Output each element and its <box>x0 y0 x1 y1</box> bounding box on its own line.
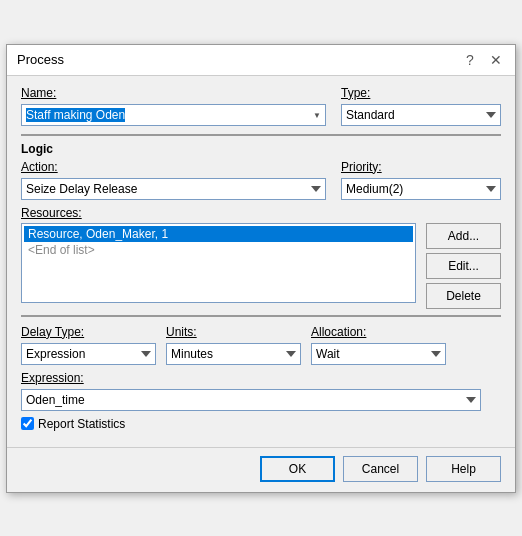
title-bar: Process ? ✕ <box>7 45 515 76</box>
help-footer-button[interactable]: Help <box>426 456 501 482</box>
report-stats-label: Report Statistics <box>38 417 125 431</box>
delay-units-alloc-row: Delay Type: Expression Constant Normal U… <box>21 325 501 365</box>
dialog-body: Name: Staff making Oden ▼ Type: Standard… <box>7 76 515 447</box>
name-group: Name: Staff making Oden ▼ <box>21 86 331 126</box>
action-priority-row: Action: Seize Delay Release Seize Delay … <box>21 160 501 200</box>
add-button[interactable]: Add... <box>426 223 501 249</box>
units-group: Units: Minutes Seconds Hours Days <box>166 325 301 365</box>
logic-divider <box>21 134 501 136</box>
type-select[interactable]: Standard Sub-Process <box>341 104 501 126</box>
action-group: Action: Seize Delay Release Seize Delay … <box>21 160 331 200</box>
alloc-group: Allocation: Wait VA NVA Transfer <box>311 325 446 365</box>
list-item[interactable]: Resource, Oden_Maker, 1 <box>24 226 413 242</box>
action-label: Action: <box>21 160 331 174</box>
process-dialog: Process ? ✕ Name: Staff making Oden ▼ Ty… <box>6 44 516 493</box>
name-dropdown-arrow[interactable]: ▼ <box>313 110 321 119</box>
type-label: Type: <box>341 86 501 100</box>
priority-label: Priority: <box>341 160 501 174</box>
name-display-field[interactable]: Staff making Oden ▼ <box>21 104 326 126</box>
resources-label: Resources: <box>21 206 501 220</box>
ok-button[interactable]: OK <box>260 456 335 482</box>
delay-type-select[interactable]: Expression Constant Normal Uniform <box>21 343 156 365</box>
dialog-title: Process <box>17 52 64 67</box>
priority-select[interactable]: Medium(2) Low(1) High(3) <box>341 178 501 200</box>
report-stats-row: Report Statistics <box>21 417 501 431</box>
delay-type-label: Delay Type: <box>21 325 156 339</box>
resources-buttons: Add... Edit... Delete <box>426 223 501 309</box>
action-select[interactable]: Seize Delay Release Seize Delay Release <box>21 178 326 200</box>
title-actions: ? ✕ <box>461 51 505 69</box>
cancel-button[interactable]: Cancel <box>343 456 418 482</box>
expression-select[interactable]: Oden_time <box>21 389 481 411</box>
bottom-section: Delay Type: Expression Constant Normal U… <box>21 315 501 431</box>
delay-type-group: Delay Type: Expression Constant Normal U… <box>21 325 156 365</box>
name-type-row: Name: Staff making Oden ▼ Type: Standard… <box>21 86 501 126</box>
alloc-select[interactable]: Wait VA NVA Transfer <box>311 343 446 365</box>
units-select[interactable]: Minutes Seconds Hours Days <box>166 343 301 365</box>
name-value-selected: Staff making Oden <box>26 108 125 122</box>
list-item-end[interactable]: <End of list> <box>24 242 413 258</box>
delete-button[interactable]: Delete <box>426 283 501 309</box>
expression-group: Expression: Oden_time <box>21 371 501 411</box>
units-label: Units: <box>166 325 301 339</box>
priority-group: Priority: Medium(2) Low(1) High(3) <box>341 160 501 200</box>
resources-area: Resource, Oden_Maker, 1 <End of list> Ad… <box>21 223 501 309</box>
name-label: Name: <box>21 86 331 100</box>
title-bar-left: Process <box>17 52 64 67</box>
resources-list[interactable]: Resource, Oden_Maker, 1 <End of list> <box>21 223 416 303</box>
expression-label: Expression: <box>21 371 501 385</box>
help-button[interactable]: ? <box>461 51 479 69</box>
report-stats-checkbox[interactable] <box>21 417 34 430</box>
type-group: Type: Standard Sub-Process <box>341 86 501 126</box>
dialog-footer: OK Cancel Help <box>7 447 515 492</box>
close-button[interactable]: ✕ <box>487 51 505 69</box>
logic-section-label: Logic <box>21 142 501 156</box>
edit-button[interactable]: Edit... <box>426 253 501 279</box>
alloc-label: Allocation: <box>311 325 446 339</box>
